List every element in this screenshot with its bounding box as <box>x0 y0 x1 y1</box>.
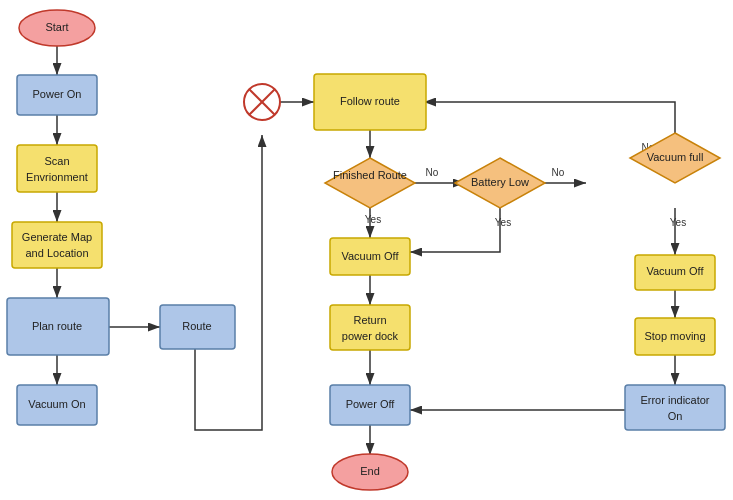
return-label2: power dock <box>342 330 399 342</box>
yes-label-finished: Yes <box>365 214 381 225</box>
finished-label: Finished Route <box>333 169 407 181</box>
power-off-label: Power Off <box>346 398 396 410</box>
power-on-label: Power On <box>33 88 82 100</box>
return-power-node <box>330 305 410 350</box>
return-label: Return <box>353 314 386 326</box>
generate-map-node <box>12 222 102 268</box>
vacuum-full-label: Vacuum full <box>647 151 704 163</box>
scan-node <box>17 145 97 192</box>
start-label: Start <box>45 21 68 33</box>
vacuum-off-right-label: Vacuum Off <box>646 265 704 277</box>
end-label: End <box>360 465 380 477</box>
battery-label: Battery Low <box>471 176 529 188</box>
route-label: Route <box>182 320 211 332</box>
generate-label: Generate Map <box>22 231 92 243</box>
generate-label2: and Location <box>26 247 89 259</box>
yes-label-vacuum-full: Yes <box>670 217 686 228</box>
yes-label-battery: Yes <box>495 217 511 228</box>
error-label: Error indicator <box>640 394 709 406</box>
no-label-finished: No <box>426 167 439 178</box>
scan-label: Scan <box>44 155 69 167</box>
stop-moving-label: Stop moving <box>644 330 705 342</box>
scan-label2: Envrionment <box>26 171 88 183</box>
plan-route-label: Plan route <box>32 320 82 332</box>
error-label2: On <box>668 410 683 422</box>
no-label-battery: No <box>552 167 565 178</box>
follow-route-label: Follow route <box>340 95 400 107</box>
vacuum-on-label: Vacuum On <box>28 398 85 410</box>
vacuum-off-left-label: Vacuum Off <box>341 250 399 262</box>
finished-route-node <box>325 158 415 208</box>
error-indicator-node <box>625 385 725 430</box>
